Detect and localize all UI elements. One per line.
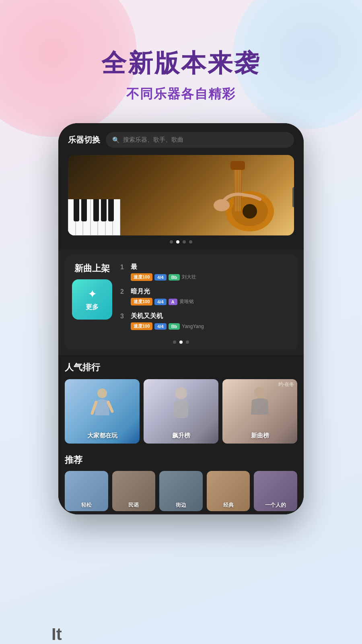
banner-dot-1[interactable] <box>170 240 173 244</box>
tag-speed-3: 速度100 <box>131 322 152 330</box>
banner-dot-3[interactable] <box>183 240 186 244</box>
song-item-1[interactable]: 1 最 速度100 4/4 Bb 刘大壮 <box>120 263 290 281</box>
banner-guitar-bg <box>68 155 294 235</box>
song-item-3[interactable]: 3 关机又关机 速度100 4/4 Bb YangYang <box>120 312 290 330</box>
rec-card-1[interactable]: 轻松 <box>65 471 108 511</box>
song-name-1: 最 <box>131 263 290 271</box>
svg-point-10 <box>97 388 107 398</box>
bottom-partial-text: It <box>51 625 62 644</box>
new-songs-section: 新曲上架 ✦ 更多 1 最 <box>65 255 297 350</box>
rec-card-label-5: 一个人的 <box>254 502 297 509</box>
svg-rect-3 <box>234 167 242 207</box>
piano-black-key-4 <box>101 199 107 221</box>
songs-dot-1[interactable] <box>173 341 176 344</box>
card-figure-2 <box>165 383 197 425</box>
popular-card-label-3: 新曲榜 <box>222 432 297 440</box>
svg-point-11 <box>175 387 187 399</box>
svg-point-2 <box>243 204 257 219</box>
svg-point-13 <box>254 387 265 398</box>
hero-section: 全新版本来袭 不同乐器各自精彩 <box>0 0 362 115</box>
tag-key-1: Bb <box>169 274 180 281</box>
search-icon: 🔍 <box>112 136 120 144</box>
song-artist-3: YangYang <box>182 324 204 329</box>
guitar-illustration <box>197 159 286 235</box>
rec-card-label-3: 街边 <box>159 502 203 509</box>
tag-key-3: Bb <box>169 323 180 330</box>
more-label: 更多 <box>86 303 99 312</box>
banner-dot-2[interactable] <box>176 240 179 244</box>
top-bar: 乐器切换 🔍 搜索乐器、歌手、歌曲 <box>58 123 304 155</box>
rec-card-5[interactable]: 一个人的 <box>254 471 297 511</box>
tag-beat-2: 4/4 <box>154 299 166 305</box>
tag-key-2: A <box>169 299 177 305</box>
song-num-3: 3 <box>120 313 127 320</box>
more-icon: ✦ <box>88 287 97 301</box>
songs-dot-3[interactable] <box>186 341 189 344</box>
hero-title: 全新版本来袭 <box>0 48 362 78</box>
song-name-3: 关机又关机 <box>131 312 290 320</box>
search-placeholder-text: 搜索乐器、歌手、歌曲 <box>123 136 183 144</box>
song-info-1: 最 速度100 4/4 Bb 刘大壮 <box>131 263 290 281</box>
card-figure-1 <box>90 385 114 423</box>
guitar-svg <box>197 159 286 233</box>
banner-image[interactable] <box>68 155 294 235</box>
rec-card-label-4: 经典 <box>207 502 250 509</box>
piano-black-key-2 <box>81 199 87 221</box>
instrument-switch-title[interactable]: 乐器切换 <box>68 134 100 145</box>
card-figure-svg-3 <box>244 382 276 423</box>
rec-card-3[interactable]: 街边 <box>159 471 203 511</box>
popular-card-1[interactable]: 大家都在玩 <box>65 379 140 444</box>
popular-card-label-2: 飙升榜 <box>144 432 218 440</box>
banner-section <box>58 155 304 250</box>
new-songs-title: 新曲上架 <box>74 263 110 275</box>
song-name-2: 暗月光 <box>131 287 290 296</box>
more-button[interactable]: ✦ 更多 <box>72 279 112 320</box>
song-num-1: 1 <box>120 264 127 271</box>
new-songs-header: 新曲上架 ✦ 更多 1 最 <box>72 263 290 336</box>
popular-title: 人气排行 <box>65 361 297 374</box>
recommend-section: 推荐 轻松 民谣 街边 经典 一个人的 <box>58 448 304 514</box>
piano-black-key-3 <box>93 199 99 221</box>
svg-rect-12 <box>174 400 188 418</box>
songs-list: 1 最 速度100 4/4 Bb 刘大壮 <box>120 263 290 336</box>
rec-card-4[interactable]: 经典 <box>207 471 250 511</box>
song-tags-1: 速度100 4/4 Bb 刘大壮 <box>131 273 290 281</box>
recommend-cards: 轻松 民谣 街边 经典 一个人的 <box>65 471 297 511</box>
banner-side-handle <box>292 187 294 207</box>
piano-black-key-1 <box>74 199 79 221</box>
rec-card-label-2: 民谣 <box>112 502 156 509</box>
song-item-2[interactable]: 2 暗月光 速度100 4/4 A 黄唯铭 <box>120 287 290 305</box>
song-tags-3: 速度100 4/4 Bb YangYang <box>131 322 290 330</box>
song-num-2: 2 <box>120 288 127 295</box>
new-songs-dots <box>72 341 290 344</box>
tag-speed-2: 速度100 <box>131 298 152 305</box>
svg-point-9 <box>214 199 230 211</box>
tag-beat-1: 4/4 <box>154 274 166 281</box>
tag-beat-3: 4/4 <box>154 323 166 330</box>
banner-dots <box>68 240 294 244</box>
songs-dot-2[interactable] <box>179 341 183 344</box>
tag-speed-1: 速度100 <box>131 273 152 281</box>
song-info-3: 关机又关机 速度100 4/4 Bb YangYang <box>131 312 290 330</box>
search-bar[interactable]: 🔍 搜索乐器、歌手、歌曲 <box>106 132 294 148</box>
hero-subtitle: 不同乐器各自精彩 <box>0 85 362 103</box>
recommend-title: 推荐 <box>65 454 297 466</box>
popular-card-label-1: 大家都在玩 <box>65 432 140 440</box>
card-figure-3 <box>244 382 276 424</box>
piano-keys <box>68 199 120 235</box>
song-artist-1: 刘大壮 <box>182 274 196 281</box>
song-tags-2: 速度100 4/4 A 黄唯铭 <box>131 298 290 305</box>
popular-section: 人气排行 大家都在玩 <box>58 355 304 448</box>
song-artist-2: 黄唯铭 <box>179 298 194 305</box>
piano-key-7 <box>113 199 120 235</box>
popular-card-2[interactable]: 飙升榜 <box>144 379 218 444</box>
piano-black-key-5 <box>108 199 114 221</box>
card-figure-svg-1 <box>90 385 114 421</box>
banner-dot-4[interactable] <box>189 240 192 244</box>
popular-cards: 大家都在玩 飙升榜 <box>65 379 297 444</box>
card-corner-text: 约·在冬 <box>278 381 294 388</box>
rec-card-2[interactable]: 民谣 <box>112 471 156 511</box>
svg-rect-8 <box>230 161 245 170</box>
phone-wrapper: 乐器切换 🔍 搜索乐器、歌手、歌曲 <box>0 123 362 514</box>
popular-card-3[interactable]: 约·在冬 新曲榜 <box>222 379 297 444</box>
